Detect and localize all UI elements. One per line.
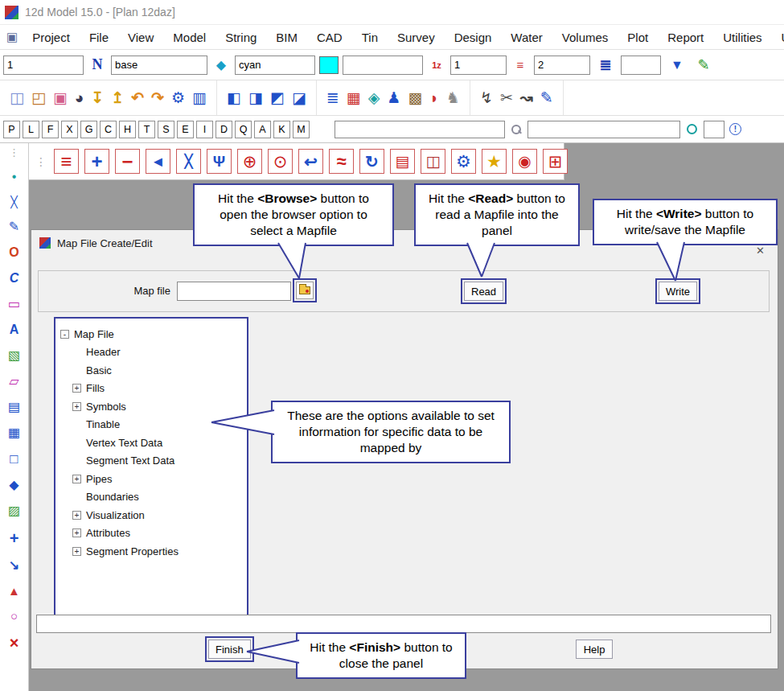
tree-item-fills[interactable]: + Fills [72,380,244,398]
cad-number-field[interactable] [3,56,84,75]
tree-item-boundaries[interactable]: Boundaries [72,488,244,507]
menu-cad[interactable]: CAD [307,31,352,44]
z-value-icon[interactable]: 1z [427,56,446,75]
tree-item-attributes[interactable]: + Attributes [72,524,244,543]
circle-icon[interactable]: O [9,246,18,259]
tree-item-basic[interactable]: Basic [72,361,244,380]
refresh-icon[interactable]: ↻ [359,149,384,174]
list-icon[interactable]: ≣ [326,90,339,105]
toolbar-grip[interactable]: ⋮ [35,155,47,168]
redo-icon[interactable]: ↷ [151,90,164,105]
menu-utilities[interactable]: Utilities [713,31,771,44]
ellipse-icon[interactable]: ○ [10,610,18,622]
key-h[interactable]: H [119,121,136,138]
tree-expander[interactable]: + [72,402,81,411]
panel-message-bar[interactable] [36,615,771,633]
menu-report[interactable]: Report [658,31,713,44]
perspective-view-icon[interactable]: ◩ [270,90,285,105]
globe-icon[interactable]: ◕ [75,90,84,105]
menu-partial[interactable]: U [772,31,784,44]
tree-item-pipes[interactable]: + Pipes [72,470,244,488]
strings-menu-icon[interactable]: ≡ [54,149,79,174]
key-q[interactable]: Q [235,121,252,138]
user-icon[interactable]: ♟ [387,90,400,105]
menu-bim[interactable]: BIM [266,31,307,44]
key-e[interactable]: E [177,121,194,138]
polyline-rect-icon[interactable]: ▭ [8,298,20,311]
copy-sheets-icon[interactable]: ◫ [10,90,24,105]
menu-project[interactable]: Project [23,31,80,44]
help-button[interactable]: Help [576,640,613,659]
dropdown-arrow-icon[interactable]: ▼ [665,56,689,75]
key-f[interactable]: F [42,121,59,138]
run-icon[interactable]: ↯ [480,90,493,105]
text-style-n-icon[interactable]: N [88,56,107,75]
polygon-icon[interactable]: ▱ [9,375,18,388]
menu-plot[interactable]: Plot [618,31,658,44]
text-a-icon[interactable]: A [10,323,19,336]
copy-view-icon[interactable]: ◫ [421,149,445,174]
gear-icon[interactable]: ⚙ [451,149,476,174]
plan-view-icon[interactable]: ◧ [227,90,241,105]
tin-triangle-icon[interactable]: ▲ [8,585,20,597]
import-icon[interactable]: ↧ [91,90,104,105]
key-c[interactable]: C [100,121,117,138]
print-icon[interactable]: ▤ [390,149,415,174]
horse-icon[interactable]: ♞ [446,90,460,105]
x-cross-icon[interactable]: ╳ [176,149,201,174]
panel-close-icon[interactable]: ✕ [756,245,765,257]
strings-icon[interactable]: ≈ [329,149,354,174]
write-button[interactable]: Write [659,282,697,301]
package-icon[interactable]: ▩ [408,90,422,105]
colour-swatch[interactable] [319,56,339,74]
weight-field[interactable] [534,56,590,75]
key-i[interactable]: I [196,121,213,138]
map-pin-icon[interactable]: ◉ [512,149,537,174]
grip-dots[interactable]: ⋮ [9,147,19,158]
tree-item-segment-properties[interactable]: + Segment Properties [72,542,244,561]
move-icon[interactable]: + [10,530,19,546]
zoom-in-icon[interactable]: ⊕ [237,149,262,174]
walk-icon[interactable]: ↝ [520,90,533,105]
box-select-icon[interactable]: □ [10,452,18,466]
key-g[interactable]: G [80,121,97,138]
find-input[interactable] [527,121,680,138]
delete-x-icon[interactable]: × [10,635,19,651]
search-input[interactable] [335,121,505,138]
tree-item-segment-text-data[interactable]: Segment Text Data [72,452,244,471]
tree-expander[interactable]: + [72,529,81,537]
child-window-icon[interactable]: ▣ [6,30,18,44]
extra-field[interactable] [621,56,661,75]
menu-model[interactable]: Model [163,31,215,44]
section-view-icon[interactable]: ◨ [248,90,263,105]
draw-pen-icon[interactable]: ✎ [9,220,19,233]
snap-cross-icon[interactable]: ╳ [10,196,17,208]
info-circle-icon[interactable]: ! [729,123,741,135]
small-input[interactable] [704,121,724,138]
key-p[interactable]: P [3,121,20,138]
undo-view-icon[interactable]: ↩ [298,149,323,174]
tree-item-vertex-text-data[interactable]: Vertex Text Data [72,434,244,452]
key-x[interactable]: X [61,121,78,138]
settings-gear-icon[interactable]: ⚙ [171,90,185,105]
menu-tin[interactable]: Tin [352,31,388,44]
measure-arrow-icon[interactable]: ↘ [9,559,19,572]
calendar-20-icon[interactable]: ▦ [347,90,361,105]
read-button[interactable]: Read [464,282,503,301]
tag-icon[interactable]: ◈ [368,90,380,105]
key-a[interactable]: A [254,121,271,138]
browse-button[interactable] [296,282,314,299]
line-weight-icon[interactable]: ≡ [511,56,530,75]
key-k[interactable]: K [273,121,290,138]
menu-survey[interactable]: Survey [388,31,445,44]
multi-view-icon[interactable]: ◪ [292,90,306,105]
menu-water[interactable]: Water [501,31,552,44]
minus-icon[interactable]: − [115,149,140,174]
save-icon[interactable]: ▣ [53,90,68,105]
tree-item-visualization[interactable]: + Visualization [72,506,244,524]
grid-squares-icon[interactable]: ⊞ [543,149,568,174]
key-t[interactable]: T [138,121,155,138]
undo-icon[interactable]: ↶ [131,90,144,105]
snip-icon[interactable]: ✂ [500,90,513,105]
menu-volumes[interactable]: Volumes [552,31,618,44]
